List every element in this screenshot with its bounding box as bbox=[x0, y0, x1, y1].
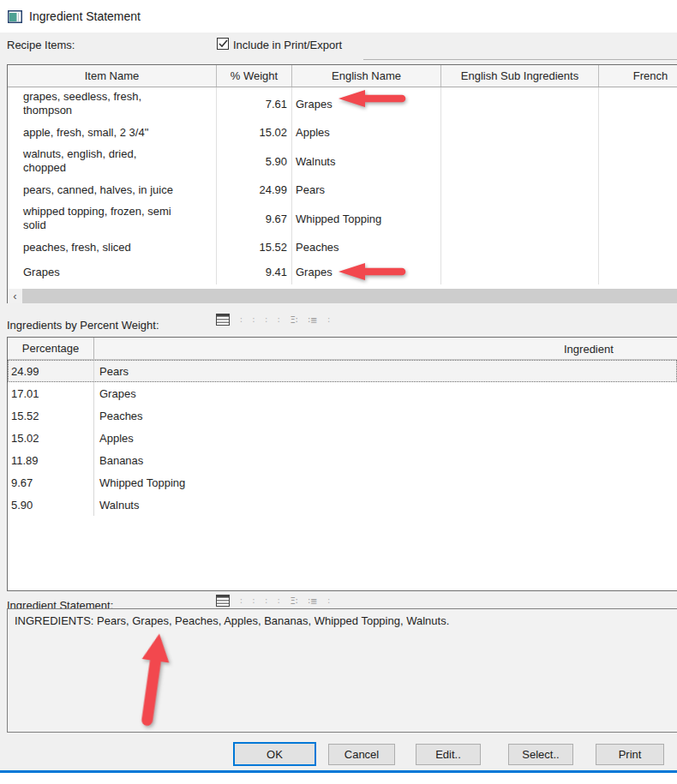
ingredient-cell: Pears bbox=[94, 360, 677, 382]
weight-cell: 24.99 bbox=[217, 177, 292, 202]
french-cell bbox=[599, 87, 677, 120]
percent-toolbar: ∶ ∶ ∶ ∶ Ξ∶ ∶≣ ∶ bbox=[216, 314, 330, 326]
item-name-cell: walnuts, english, dried, chopped bbox=[23, 147, 136, 175]
toolbar-glyph-icon: ∶ bbox=[240, 315, 243, 325]
table-row[interactable]: 15.02 Apples bbox=[8, 427, 677, 449]
ingredient-statement-text: INGREDIENTS: Pears, Grapes, Peaches, App… bbox=[15, 614, 449, 627]
percentage-cell: 17.01 bbox=[8, 382, 94, 404]
toolbar-align-icon: Ξ∶ bbox=[290, 596, 297, 606]
weight-cell: 9.67 bbox=[217, 202, 292, 235]
ingredient-statement-textbox[interactable]: INGREDIENTS: Pears, Grapes, Peaches, App… bbox=[7, 608, 677, 733]
item-name-cell: whipped topping, frozen, semi solid bbox=[23, 205, 171, 232]
english-sub-cell bbox=[441, 87, 599, 120]
table-row[interactable]: 17.01 Grapes bbox=[8, 382, 677, 404]
ingredient-cell: Walnuts bbox=[94, 494, 677, 516]
item-name-cell: Grapes bbox=[23, 266, 60, 279]
include-print-export-checkbox[interactable] bbox=[217, 38, 229, 50]
french-cell bbox=[599, 177, 677, 202]
column-header-item-name: Item Name bbox=[8, 65, 217, 87]
percent-weight-label: Ingredients by Percent Weight: bbox=[7, 319, 159, 332]
toolbar-list-icon: ∶≣ bbox=[308, 315, 317, 325]
english-sub-cell bbox=[441, 260, 599, 284]
scrollbar-thumb[interactable] bbox=[22, 289, 677, 303]
column-header-english-name: English Name bbox=[292, 65, 441, 87]
english-sub-cell bbox=[441, 202, 599, 235]
recipe-items-label: Recipe Items: bbox=[7, 39, 75, 51]
english-sub-cell bbox=[441, 235, 599, 260]
english-name-cell: Peaches bbox=[292, 235, 441, 260]
toolbar-list-icon: ∶≣ bbox=[308, 596, 317, 606]
table-row[interactable]: 9.67 Whipped Topping bbox=[8, 471, 677, 494]
window-bottom-accent bbox=[0, 770, 677, 773]
select-button[interactable]: Select.. bbox=[508, 744, 573, 765]
percentage-cell: 15.52 bbox=[8, 404, 94, 427]
column-header-french: French bbox=[599, 65, 677, 87]
toolbar-glyph-icon: ∶ bbox=[265, 315, 267, 325]
item-name-cell: grapes, seedless, fresh, thompson bbox=[23, 90, 141, 117]
french-cell bbox=[599, 260, 677, 284]
edit-button[interactable]: Edit.. bbox=[416, 744, 481, 765]
table-row[interactable]: 5.90 Walnuts bbox=[8, 494, 677, 516]
table-row[interactable]: 15.52 Peaches bbox=[8, 404, 677, 427]
table-row[interactable]: whipped topping, frozen, semi solid 9.67… bbox=[8, 202, 677, 235]
item-name-cell: apple, fresh, small, 2 3/4" bbox=[23, 126, 148, 140]
include-print-export-label: Include in Print/Export bbox=[233, 39, 342, 51]
french-cell bbox=[599, 145, 677, 177]
toolbar-glyph-icon: ∶ bbox=[240, 596, 243, 606]
english-sub-cell bbox=[441, 177, 599, 202]
toolbar-align-icon: Ξ∶ bbox=[290, 315, 297, 325]
english-name-cell: Apples bbox=[292, 120, 441, 145]
table-format-icon[interactable] bbox=[216, 595, 230, 607]
horizontal-scrollbar[interactable]: ‹ bbox=[7, 289, 677, 303]
table-row-selected[interactable]: 24.99 Pears bbox=[8, 360, 677, 382]
toolbar-glyph-icon: ∶ bbox=[278, 315, 280, 325]
table-row[interactable]: apple, fresh, small, 2 3/4" 15.02 Apples bbox=[8, 120, 677, 145]
table-row[interactable]: walnuts, english, dried, chopped 5.90 Wa… bbox=[8, 145, 677, 177]
weight-cell: 9.41 bbox=[217, 260, 292, 284]
french-cell bbox=[599, 235, 677, 260]
ingredient-cell: Grapes bbox=[94, 382, 677, 404]
table-row[interactable]: peaches, fresh, sliced 15.52 Peaches bbox=[8, 235, 677, 260]
scroll-left-icon[interactable]: ‹ bbox=[8, 289, 22, 303]
percent-weight-table: Percentage Ingredient 24.99 Pears 17.01 … bbox=[7, 337, 677, 591]
checkmark-icon bbox=[219, 39, 228, 48]
red-arrow-grapes-row1-icon bbox=[337, 87, 412, 113]
percent-table-header: Percentage Ingredient bbox=[8, 338, 677, 360]
column-header-percentage: Percentage bbox=[8, 338, 94, 359]
ok-button[interactable]: OK bbox=[233, 742, 316, 766]
ingredient-cell: Whipped Topping bbox=[94, 471, 677, 494]
toolbar-glyph-icon: ∶ bbox=[327, 596, 330, 606]
table-format-icon[interactable] bbox=[216, 314, 230, 326]
toolbar-glyph-icon: ∶ bbox=[253, 315, 255, 325]
english-sub-cell bbox=[441, 145, 599, 177]
column-header-ingredient: Ingredient bbox=[564, 342, 614, 355]
print-button[interactable]: Print bbox=[596, 744, 664, 765]
cancel-button[interactable]: Cancel bbox=[328, 744, 395, 765]
french-cell bbox=[599, 120, 677, 145]
item-name-cell: peaches, fresh, sliced bbox=[23, 241, 131, 254]
toolbar-glyph-icon: ∶ bbox=[253, 596, 255, 606]
item-name-cell: pears, canned, halves, in juice bbox=[23, 183, 173, 197]
weight-cell: 7.61 bbox=[217, 87, 292, 120]
statement-toolbar: ∶ ∶ ∶ ∶ Ξ∶ ∶≣ ∶ bbox=[216, 595, 330, 607]
toolbar-glyph-icon: ∶ bbox=[278, 596, 280, 606]
column-header-english-sub: English Sub Ingredients bbox=[441, 65, 599, 87]
english-name-cell: Pears bbox=[292, 177, 441, 202]
column-header-weight: % Weight bbox=[217, 65, 292, 87]
weight-cell: 15.02 bbox=[217, 120, 292, 145]
english-name-cell: Walnuts bbox=[292, 145, 441, 177]
table-row[interactable]: 11.89 Bananas bbox=[8, 449, 677, 471]
percentage-cell: 11.89 bbox=[8, 449, 94, 471]
red-arrow-grapes-row7-icon bbox=[337, 260, 412, 286]
title-bar: Ingredient Statement bbox=[0, 0, 677, 33]
toolbar-glyph-icon: ∶ bbox=[265, 596, 267, 606]
group-divider bbox=[363, 59, 677, 60]
recipe-table-body: grapes, seedless, fresh, thompson 7.61 G… bbox=[8, 87, 677, 288]
table-row[interactable]: pears, canned, halves, in juice 24.99 Pe… bbox=[8, 177, 677, 202]
percentage-cell: 15.02 bbox=[8, 427, 94, 449]
weight-cell: 5.90 bbox=[217, 145, 292, 177]
french-cell bbox=[599, 202, 677, 235]
window-icon bbox=[8, 10, 22, 23]
weight-cell: 15.52 bbox=[217, 235, 292, 260]
ingredient-cell: Bananas bbox=[94, 449, 677, 471]
